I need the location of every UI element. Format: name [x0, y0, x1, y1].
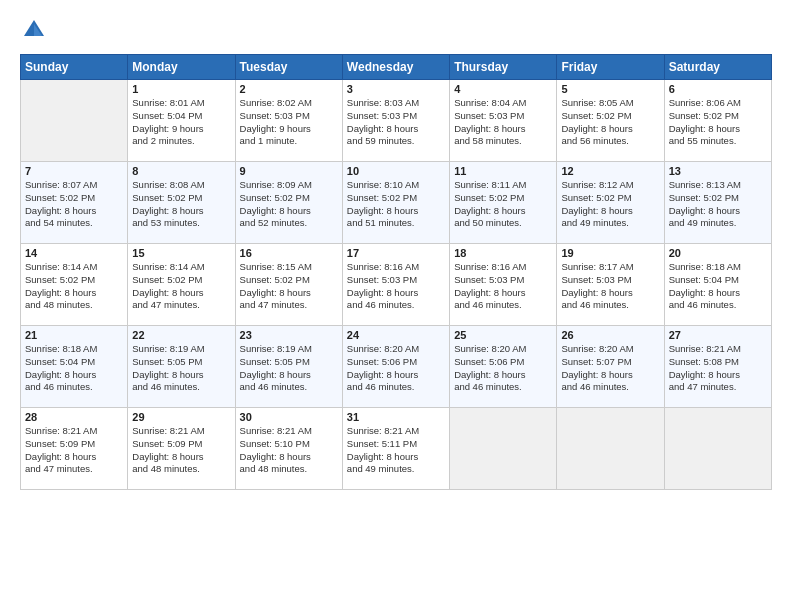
- day-number: 18: [454, 247, 552, 259]
- day-number: 30: [240, 411, 338, 423]
- day-info: Sunrise: 8:19 AM Sunset: 5:05 PM Dayligh…: [132, 343, 230, 394]
- day-info: Sunrise: 8:13 AM Sunset: 5:02 PM Dayligh…: [669, 179, 767, 230]
- calendar-cell: 17Sunrise: 8:16 AM Sunset: 5:03 PM Dayli…: [342, 244, 449, 326]
- calendar-cell: 14Sunrise: 8:14 AM Sunset: 5:02 PM Dayli…: [21, 244, 128, 326]
- calendar-cell: 30Sunrise: 8:21 AM Sunset: 5:10 PM Dayli…: [235, 408, 342, 490]
- week-row-4: 21Sunrise: 8:18 AM Sunset: 5:04 PM Dayli…: [21, 326, 772, 408]
- col-header-friday: Friday: [557, 55, 664, 80]
- calendar-cell: 27Sunrise: 8:21 AM Sunset: 5:08 PM Dayli…: [664, 326, 771, 408]
- day-info: Sunrise: 8:08 AM Sunset: 5:02 PM Dayligh…: [132, 179, 230, 230]
- calendar-cell: 21Sunrise: 8:18 AM Sunset: 5:04 PM Dayli…: [21, 326, 128, 408]
- week-row-5: 28Sunrise: 8:21 AM Sunset: 5:09 PM Dayli…: [21, 408, 772, 490]
- calendar-cell: 29Sunrise: 8:21 AM Sunset: 5:09 PM Dayli…: [128, 408, 235, 490]
- week-row-2: 7Sunrise: 8:07 AM Sunset: 5:02 PM Daylig…: [21, 162, 772, 244]
- calendar-cell: 8Sunrise: 8:08 AM Sunset: 5:02 PM Daylig…: [128, 162, 235, 244]
- week-row-1: 1Sunrise: 8:01 AM Sunset: 5:04 PM Daylig…: [21, 80, 772, 162]
- day-number: 31: [347, 411, 445, 423]
- day-number: 2: [240, 83, 338, 95]
- day-info: Sunrise: 8:11 AM Sunset: 5:02 PM Dayligh…: [454, 179, 552, 230]
- day-info: Sunrise: 8:21 AM Sunset: 5:09 PM Dayligh…: [132, 425, 230, 476]
- calendar-cell: 7Sunrise: 8:07 AM Sunset: 5:02 PM Daylig…: [21, 162, 128, 244]
- day-number: 29: [132, 411, 230, 423]
- calendar-cell: 18Sunrise: 8:16 AM Sunset: 5:03 PM Dayli…: [450, 244, 557, 326]
- day-number: 9: [240, 165, 338, 177]
- day-number: 5: [561, 83, 659, 95]
- calendar-container: SundayMondayTuesdayWednesdayThursdayFrid…: [0, 0, 792, 612]
- day-info: Sunrise: 8:21 AM Sunset: 5:11 PM Dayligh…: [347, 425, 445, 476]
- day-info: Sunrise: 8:20 AM Sunset: 5:06 PM Dayligh…: [454, 343, 552, 394]
- calendar-cell: 15Sunrise: 8:14 AM Sunset: 5:02 PM Dayli…: [128, 244, 235, 326]
- calendar-table: SundayMondayTuesdayWednesdayThursdayFrid…: [20, 54, 772, 490]
- day-info: Sunrise: 8:15 AM Sunset: 5:02 PM Dayligh…: [240, 261, 338, 312]
- day-number: 10: [347, 165, 445, 177]
- calendar-cell: 20Sunrise: 8:18 AM Sunset: 5:04 PM Dayli…: [664, 244, 771, 326]
- logo: [20, 16, 52, 44]
- day-info: Sunrise: 8:02 AM Sunset: 5:03 PM Dayligh…: [240, 97, 338, 148]
- day-info: Sunrise: 8:12 AM Sunset: 5:02 PM Dayligh…: [561, 179, 659, 230]
- day-info: Sunrise: 8:16 AM Sunset: 5:03 PM Dayligh…: [347, 261, 445, 312]
- day-info: Sunrise: 8:10 AM Sunset: 5:02 PM Dayligh…: [347, 179, 445, 230]
- calendar-cell: 28Sunrise: 8:21 AM Sunset: 5:09 PM Dayli…: [21, 408, 128, 490]
- day-number: 17: [347, 247, 445, 259]
- day-info: Sunrise: 8:21 AM Sunset: 5:08 PM Dayligh…: [669, 343, 767, 394]
- day-number: 19: [561, 247, 659, 259]
- day-info: Sunrise: 8:01 AM Sunset: 5:04 PM Dayligh…: [132, 97, 230, 148]
- calendar-cell: 24Sunrise: 8:20 AM Sunset: 5:06 PM Dayli…: [342, 326, 449, 408]
- day-info: Sunrise: 8:05 AM Sunset: 5:02 PM Dayligh…: [561, 97, 659, 148]
- day-info: Sunrise: 8:20 AM Sunset: 5:07 PM Dayligh…: [561, 343, 659, 394]
- calendar-cell: 5Sunrise: 8:05 AM Sunset: 5:02 PM Daylig…: [557, 80, 664, 162]
- calendar-cell: [557, 408, 664, 490]
- day-number: 3: [347, 83, 445, 95]
- calendar-cell: 25Sunrise: 8:20 AM Sunset: 5:06 PM Dayli…: [450, 326, 557, 408]
- calendar-cell: 1Sunrise: 8:01 AM Sunset: 5:04 PM Daylig…: [128, 80, 235, 162]
- day-number: 22: [132, 329, 230, 341]
- day-number: 28: [25, 411, 123, 423]
- day-number: 21: [25, 329, 123, 341]
- day-info: Sunrise: 8:21 AM Sunset: 5:09 PM Dayligh…: [25, 425, 123, 476]
- day-info: Sunrise: 8:16 AM Sunset: 5:03 PM Dayligh…: [454, 261, 552, 312]
- day-number: 23: [240, 329, 338, 341]
- calendar-cell: 11Sunrise: 8:11 AM Sunset: 5:02 PM Dayli…: [450, 162, 557, 244]
- calendar-cell: 13Sunrise: 8:13 AM Sunset: 5:02 PM Dayli…: [664, 162, 771, 244]
- header-row: SundayMondayTuesdayWednesdayThursdayFrid…: [21, 55, 772, 80]
- header: [20, 16, 772, 44]
- calendar-cell: 16Sunrise: 8:15 AM Sunset: 5:02 PM Dayli…: [235, 244, 342, 326]
- calendar-cell: 3Sunrise: 8:03 AM Sunset: 5:03 PM Daylig…: [342, 80, 449, 162]
- day-number: 14: [25, 247, 123, 259]
- day-number: 24: [347, 329, 445, 341]
- day-number: 12: [561, 165, 659, 177]
- col-header-sunday: Sunday: [21, 55, 128, 80]
- col-header-thursday: Thursday: [450, 55, 557, 80]
- day-number: 7: [25, 165, 123, 177]
- day-number: 11: [454, 165, 552, 177]
- calendar-cell: 23Sunrise: 8:19 AM Sunset: 5:05 PM Dayli…: [235, 326, 342, 408]
- day-info: Sunrise: 8:17 AM Sunset: 5:03 PM Dayligh…: [561, 261, 659, 312]
- day-info: Sunrise: 8:06 AM Sunset: 5:02 PM Dayligh…: [669, 97, 767, 148]
- col-header-monday: Monday: [128, 55, 235, 80]
- day-number: 8: [132, 165, 230, 177]
- day-info: Sunrise: 8:14 AM Sunset: 5:02 PM Dayligh…: [25, 261, 123, 312]
- day-info: Sunrise: 8:03 AM Sunset: 5:03 PM Dayligh…: [347, 97, 445, 148]
- day-number: 27: [669, 329, 767, 341]
- calendar-cell: 9Sunrise: 8:09 AM Sunset: 5:02 PM Daylig…: [235, 162, 342, 244]
- day-number: 26: [561, 329, 659, 341]
- calendar-cell: 19Sunrise: 8:17 AM Sunset: 5:03 PM Dayli…: [557, 244, 664, 326]
- col-header-saturday: Saturday: [664, 55, 771, 80]
- day-number: 4: [454, 83, 552, 95]
- day-number: 6: [669, 83, 767, 95]
- day-number: 13: [669, 165, 767, 177]
- calendar-cell: 12Sunrise: 8:12 AM Sunset: 5:02 PM Dayli…: [557, 162, 664, 244]
- day-info: Sunrise: 8:07 AM Sunset: 5:02 PM Dayligh…: [25, 179, 123, 230]
- calendar-cell: 31Sunrise: 8:21 AM Sunset: 5:11 PM Dayli…: [342, 408, 449, 490]
- day-info: Sunrise: 8:04 AM Sunset: 5:03 PM Dayligh…: [454, 97, 552, 148]
- calendar-cell: [664, 408, 771, 490]
- calendar-cell: 4Sunrise: 8:04 AM Sunset: 5:03 PM Daylig…: [450, 80, 557, 162]
- day-info: Sunrise: 8:09 AM Sunset: 5:02 PM Dayligh…: [240, 179, 338, 230]
- calendar-cell: 6Sunrise: 8:06 AM Sunset: 5:02 PM Daylig…: [664, 80, 771, 162]
- day-info: Sunrise: 8:19 AM Sunset: 5:05 PM Dayligh…: [240, 343, 338, 394]
- day-number: 15: [132, 247, 230, 259]
- day-number: 20: [669, 247, 767, 259]
- calendar-cell: 26Sunrise: 8:20 AM Sunset: 5:07 PM Dayli…: [557, 326, 664, 408]
- day-number: 1: [132, 83, 230, 95]
- logo-icon: [20, 16, 48, 44]
